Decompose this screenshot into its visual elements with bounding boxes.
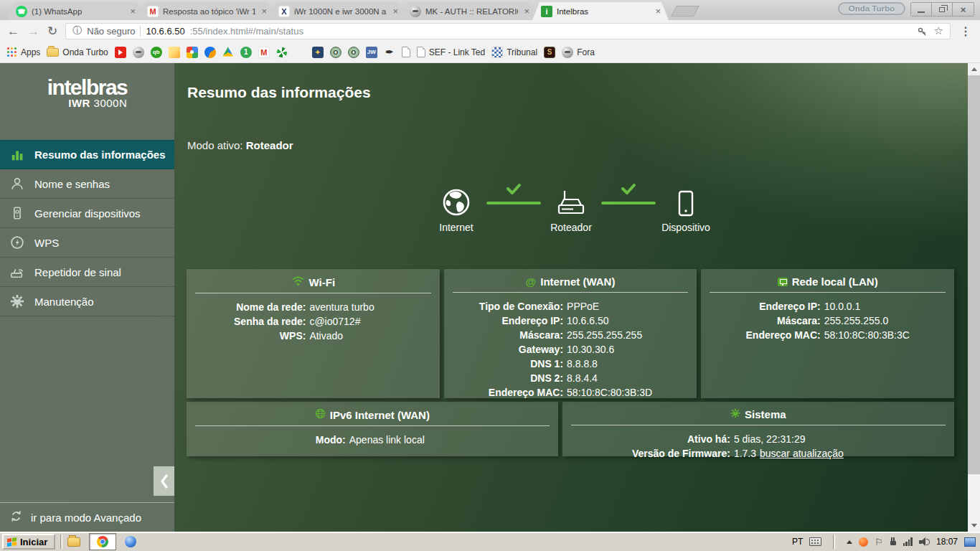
wifi-icon: [291, 276, 305, 288]
tab-close-icon[interactable]: ×: [260, 6, 268, 16]
navy-crest-icon[interactable]: ✦: [312, 47, 324, 58]
quickbooks-icon[interactable]: qb: [151, 47, 162, 58]
card-divider: [710, 292, 946, 293]
sidebar-item-label: WPS: [34, 237, 59, 249]
minimize-button[interactable]: [911, 3, 932, 16]
key-icon[interactable]: [917, 26, 928, 37]
node-label: Dispositivo: [661, 222, 710, 233]
tab-intelbras-active[interactable]: i Intelbras ×: [532, 2, 669, 20]
pinwheel-icon[interactable]: [276, 47, 288, 58]
youtube-icon[interactable]: [115, 47, 126, 58]
tab-close-icon[interactable]: ×: [128, 6, 137, 16]
sidebar-item-wps[interactable]: WPS: [0, 228, 174, 258]
coin-icon[interactable]: O: [330, 47, 341, 58]
field-value: c@io0712#: [309, 314, 430, 329]
new-tab-button[interactable]: [671, 6, 699, 17]
scroll-down-button[interactable]: [968, 519, 980, 532]
swoosh-icon[interactable]: [204, 47, 216, 58]
tab-mkauth[interactable]: MK - AUTH :: RELATORIOS ×: [401, 2, 537, 20]
page-icon[interactable]: [402, 47, 410, 57]
device-icon: [674, 178, 698, 218]
user-icon: [9, 176, 25, 192]
back-icon[interactable]: ←: [7, 25, 19, 37]
page-scrollbar: [968, 63, 980, 532]
clock[interactable]: 18:07: [936, 537, 958, 547]
bookmark-tribunal[interactable]: Tribunal: [491, 47, 537, 58]
tab-gmail[interactable]: M Resposta ao tópico 'iWr 10 ×: [138, 2, 275, 20]
advanced-mode-button[interactable]: ir para modo Avançado: [0, 502, 174, 532]
bookmark-fora[interactable]: Fora: [562, 47, 595, 58]
sidebar-item-manutencao[interactable]: Manutenção: [0, 287, 174, 316]
field-label: Nome da rede:: [195, 300, 309, 314]
file-manager-taskbar-icon[interactable]: [67, 537, 80, 547]
tab-whatsapp[interactable]: ☎ (1) WhatsApp ×: [7, 2, 143, 20]
field-label: Ativo há:: [571, 432, 734, 446]
coin-icon[interactable]: O: [348, 47, 359, 58]
field-value: 10.6.6.50: [567, 314, 688, 328]
repeater-icon: [9, 264, 25, 280]
ornate-icon[interactable]: S: [544, 47, 555, 58]
microsoft-icon[interactable]: [294, 47, 306, 58]
notification-one-icon[interactable]: 1: [240, 47, 252, 58]
keyboard-icon[interactable]: [809, 537, 821, 546]
wan-card: @ Internet (WAN) Tipo de Conexão:PPPoE E…: [444, 269, 697, 398]
gmail-icon[interactable]: M: [258, 47, 270, 58]
sidebar-item-label: Nome e senhas: [34, 178, 110, 190]
card-header: Wi-Fi: [195, 274, 431, 293]
sidebar-item-gerenciar-dispositivos[interactable]: Gerenciar dispositivos: [0, 199, 174, 228]
chrome-taskbar-icon[interactable]: [89, 533, 116, 550]
status-cards-row-2: IPv6 Internet (WAN) Modo:Apenas link loc…: [187, 402, 954, 456]
router-node: Roteador: [544, 178, 598, 233]
sidebar-collapse-button[interactable]: [154, 466, 174, 496]
restore-icon: [939, 7, 945, 12]
profile-button[interactable]: Onda Turbo: [838, 2, 905, 15]
feather-icon[interactable]: ✒: [384, 47, 395, 58]
check-update-link[interactable]: buscar atualização: [760, 448, 844, 459]
router-icon: [554, 178, 588, 218]
bookmark-folder-onda-turbo[interactable]: Onda Turbo: [47, 47, 108, 57]
jw-icon[interactable]: JW: [366, 47, 377, 58]
flag-tray-icon[interactable]: ⚐: [875, 537, 883, 547]
forward-icon[interactable]: →: [27, 25, 39, 37]
power-plug-icon[interactable]: [890, 537, 897, 547]
tab-close-icon[interactable]: ×: [391, 6, 400, 16]
wps-icon: [9, 235, 25, 250]
bookmark-star-icon[interactable]: ☆: [934, 24, 943, 37]
avast-tray-icon[interactable]: [859, 537, 868, 547]
language-indicator[interactable]: PT: [792, 537, 803, 547]
field-label: DNS 2:: [453, 371, 567, 385]
url-host: 10.6.6.50: [146, 26, 184, 37]
reload-icon[interactable]: ↻: [47, 25, 57, 37]
field-value: 8.8.4.4: [567, 371, 688, 385]
sidebar-item-repetidor[interactable]: Repetidor de sinal: [0, 258, 174, 287]
yellow-folder-icon[interactable]: [169, 47, 180, 58]
scrollbar-thumb[interactable]: [968, 75, 980, 474]
sidebar-item-resumo[interactable]: Resumo das informações: [0, 140, 174, 169]
scroll-up-button[interactable]: [968, 63, 980, 75]
taskbar: Iniciar PT ⚐ 18:07: [0, 532, 980, 551]
tab-close-icon[interactable]: ×: [654, 6, 662, 16]
start-button[interactable]: Iniciar: [2, 534, 55, 550]
show-desktop-icon[interactable]: [964, 537, 976, 547]
field-label: Gateway:: [453, 342, 567, 357]
google-maps-icon[interactable]: [187, 47, 198, 58]
tab-close-icon[interactable]: ×: [522, 6, 531, 16]
network-signal-icon[interactable]: [903, 537, 913, 546]
restore-button[interactable]: [932, 3, 953, 16]
field-value: 8.8.8.8: [567, 357, 688, 371]
page-info-icon[interactable]: ⓘ: [72, 24, 82, 37]
sidebar-item-nome-e-senhas[interactable]: Nome e senhas: [0, 169, 174, 199]
avatar-face-icon[interactable]: [133, 47, 144, 58]
speaker-icon[interactable]: [919, 537, 930, 546]
apps-shortcut[interactable]: Apps: [7, 47, 40, 57]
bookmark-sef-link-ted[interactable]: SEF - Link Ted: [417, 47, 485, 57]
sphere-app-taskbar-icon[interactable]: [125, 536, 136, 547]
address-bar[interactable]: ⓘ Não seguro 10.6.6.50:55/index.html#/ma…: [65, 23, 951, 39]
google-drive-icon[interactable]: [222, 47, 234, 58]
hidden-icons-chevron[interactable]: [847, 540, 852, 544]
close-button[interactable]: ×: [953, 3, 974, 16]
tab-forum[interactable]: X iWr 1000N e iwr 3000N am ×: [270, 2, 406, 20]
browser-menu-icon[interactable]: ⋮: [958, 24, 973, 38]
lan-link: [601, 178, 656, 218]
window-controls: ×: [910, 2, 974, 17]
